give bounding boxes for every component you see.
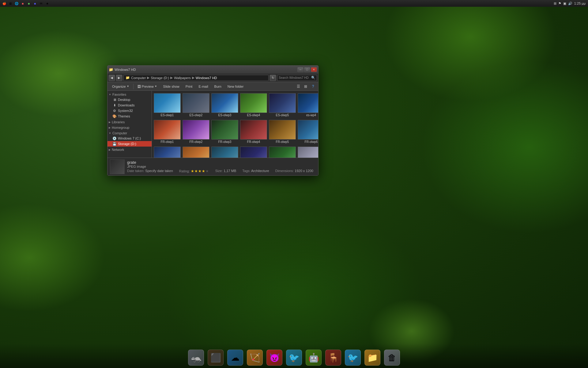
sidebar-section-favorites: ▼ Favorites 🖥 Desktop ⬇ Downloads ⚙ Syst… [107, 92, 152, 119]
window-controls: ─ □ ✕ [297, 67, 317, 72]
windows-drive-icon: 💿 [112, 136, 117, 140]
breadcrumb-sep2: ▶ [170, 76, 173, 80]
slideshow-button[interactable]: Slide show [160, 83, 182, 90]
minimize-button[interactable]: ─ [297, 67, 303, 72]
file-name: FR-olwp5 [269, 140, 296, 144]
file-item[interactable]: FR-olwp2 [182, 119, 210, 145]
dock-item-red-face[interactable]: 😈 [265, 348, 284, 367]
sidebar-windows-c-label: Windows 7 (C:) [118, 136, 141, 140]
red-face-icon: 😈 [266, 350, 282, 366]
preview-button[interactable]: 🖼 Preview ▼ [135, 83, 160, 90]
sidebar-item-windows-c[interactable]: 💿 Windows 7 (C:) [107, 136, 152, 141]
file-item[interactable]: fr-wp1 [153, 145, 181, 158]
taskbar-icon3[interactable]: ■ [20, 1, 25, 6]
file-item[interactable]: fr-wp2 [182, 145, 210, 158]
taskbar-resize-icon: ⊞ [554, 2, 556, 6]
dock-item-domo[interactable]: ⬛ [206, 348, 225, 367]
file-item[interactable]: ES-olwp4 [239, 92, 268, 118]
twitter-bird-icon: 🐦 [345, 350, 361, 366]
date-taken-value: Specify date taken [145, 169, 173, 173]
view-grid-button[interactable]: ⊞ [302, 83, 309, 90]
sidebar-themes-label: Themes [118, 114, 130, 118]
taskbar-browser-icon[interactable]: 🌐 [14, 1, 19, 6]
file-thumbnail [240, 120, 267, 140]
file-item[interactable]: FR-olwp1 [153, 119, 181, 145]
sidebar-favorites-header[interactable]: ▼ Favorites [107, 92, 152, 97]
view-details-button[interactable]: ☰ [295, 83, 302, 90]
file-item[interactable]: fr-wp3 [211, 145, 239, 158]
taskbar-finder-icon[interactable]: 🖥 [8, 1, 13, 6]
file-name: FR-olwp1 [154, 140, 181, 144]
dock-item-chair[interactable]: 🪑 [324, 348, 342, 367]
sidebar-favorites-label: Favorites [112, 93, 126, 96]
sidebar-item-themes[interactable]: 🎨 Themes [107, 113, 152, 119]
sidebar-downloads-label: Downloads [118, 103, 134, 107]
slideshow-label: Slide show [163, 85, 179, 88]
sidebar-computer-header[interactable]: ▼ Computer [107, 131, 152, 136]
sidebar-homegroup-header[interactable]: ▶ Homegroup [107, 125, 152, 130]
dock-item-arrow-app[interactable]: 🏹 [246, 348, 264, 367]
organize-label: Organize [112, 85, 126, 88]
file-item[interactable]: FR-olwp5 [268, 119, 296, 145]
sidebar-item-downloads[interactable]: ⬇ Downloads [107, 102, 152, 108]
android-icon: 🤖 [306, 350, 322, 366]
email-button[interactable]: E-mail [196, 83, 211, 90]
search-icon[interactable]: 🔍 [311, 76, 315, 80]
file-name: FR-olwp4 [240, 140, 267, 144]
file-item[interactable]: FR-olwp3 [211, 119, 239, 145]
file-item[interactable]: FR-olwp6 [297, 119, 318, 145]
sidebar-libraries-header[interactable]: ▶ Libraries [107, 120, 152, 125]
search-box[interactable]: Search Windows7 HD 🔍 [277, 75, 317, 81]
file-item[interactable]: fr-wp4 [239, 145, 268, 158]
taskbar-icon7[interactable]: ★ [45, 1, 50, 6]
taskbar-time: 1:25 μμ [574, 2, 586, 5]
burn-button[interactable]: Burn [212, 83, 224, 90]
taskbar-mail-icon[interactable]: ✉ [39, 1, 43, 6]
sidebar-item-storage-d[interactable]: 💾 Storage (D:) [107, 141, 152, 147]
dock-item-twitter-bird[interactable]: 🐦 [344, 348, 362, 367]
taskbar-apple-icon[interactable]: 🍎 [2, 1, 7, 6]
status-date-taken: Date taken: Specify date taken [127, 169, 173, 173]
maximize-button[interactable]: □ [304, 67, 310, 72]
file-item[interactable]: ES-olwp5 [268, 92, 296, 118]
toolbar: Organize ▼ 🖼 Preview ▼ Slide show Print … [107, 82, 318, 91]
badger-icon: 🦡 [188, 350, 204, 366]
file-item[interactable]: ES-olwp2 [182, 92, 210, 118]
dock-item-badger[interactable]: 🦡 [187, 348, 205, 367]
status-meta: Date taken: Specify date taken Rating: ★… [127, 169, 316, 173]
file-item[interactable]: ES-olwp1 [153, 92, 181, 118]
new-folder-button[interactable]: New folder [225, 83, 247, 90]
dock-item-bluebird[interactable]: 🐦 [285, 348, 303, 367]
file-item[interactable]: gb-wp1 [297, 145, 318, 158]
sidebar-section-libraries: ▶ Libraries [107, 120, 152, 125]
help-button[interactable]: ? [310, 83, 316, 90]
dock-item-android[interactable]: 🤖 [304, 348, 323, 367]
forward-button[interactable]: ▶ [116, 75, 122, 81]
dock-item-cloud[interactable]: ☁ [226, 348, 244, 367]
print-button[interactable]: Print [183, 83, 195, 90]
taskbar-icon5[interactable]: ■ [32, 1, 37, 6]
organize-button[interactable]: Organize ▼ [109, 83, 132, 90]
close-button[interactable]: ✕ [311, 67, 317, 72]
file-thumbnail [298, 147, 318, 158]
back-button[interactable]: ◀ [109, 75, 115, 81]
refresh-button[interactable]: ↻ [270, 75, 276, 81]
dock: 🦡⬛☁🏹😈🐦🤖🪑🐦📁🗑 [0, 343, 588, 368]
view-buttons: ☰ ⊞ ? [295, 83, 316, 90]
taskbar-icon4[interactable]: ■ [26, 1, 31, 6]
file-item[interactable]: FR-olwp4 [239, 119, 268, 145]
breadcrumb-sep3: ▶ [192, 76, 194, 80]
breadcrumb[interactable]: 📁 Computer ▶ Storage (D:) ▶ Wallpapers ▶… [123, 75, 269, 81]
dock-item-folder[interactable]: 📁 [363, 348, 382, 367]
tags-value: Architecture [251, 169, 269, 173]
status-tags: Tags: Architecture [242, 169, 269, 173]
dock-item-trash[interactable]: 🗑 [383, 348, 401, 367]
file-item[interactable]: fr-wp5 [268, 145, 296, 158]
sidebar-network-header[interactable]: ▶ Network [107, 147, 152, 152]
preview-arrow-icon: ▼ [155, 85, 157, 88]
file-item[interactable]: es-wp4 [297, 92, 318, 118]
sidebar-item-system32[interactable]: ⚙ System32 [107, 108, 152, 113]
file-item[interactable]: ES-olwp3 [211, 92, 239, 118]
file-thumbnail [269, 93, 296, 113]
sidebar-item-desktop[interactable]: 🖥 Desktop [107, 97, 152, 102]
